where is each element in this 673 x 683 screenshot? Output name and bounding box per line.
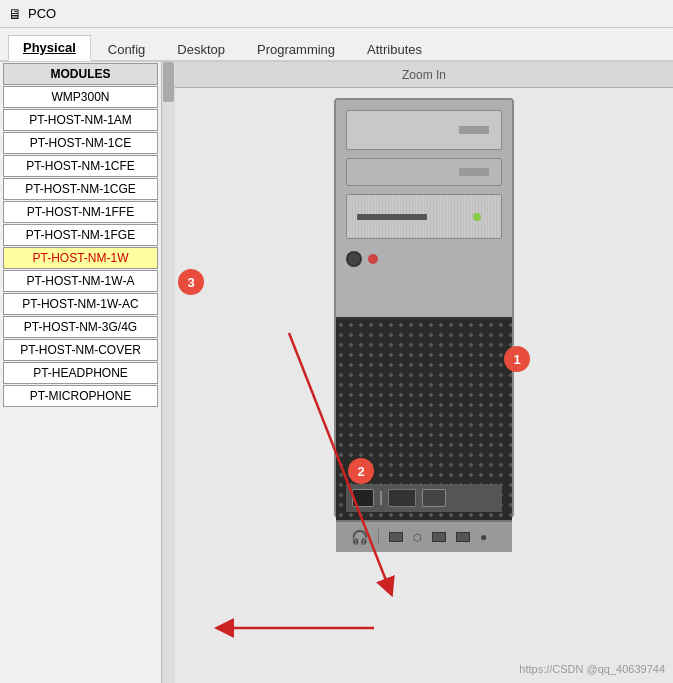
module-slot [346,484,502,512]
sidebar-item-nm1ce[interactable]: PT-HOST-NM-1CE [3,132,158,154]
module-divider [380,491,382,505]
module-card2 [422,489,446,507]
sidebar-item-nm1am[interactable]: PT-HOST-NM-1AM [3,109,158,131]
annotation-1: 1 [504,346,530,372]
usb-icon: ⬡ [413,532,422,543]
usb-port-1 [389,532,403,542]
power-led [368,254,378,264]
headphone-icon: 🎧 [351,529,368,545]
sidebar-item-nm1wa[interactable]: PT-HOST-NM-1W-A [3,270,158,292]
sidebar-item-modules[interactable]: MODULES [3,63,158,85]
floppy-led [473,213,481,221]
ports-strip: 🎧 ⬡ ● [336,520,512,552]
sidebar-item-nm1w[interactable]: PT-HOST-NM-1W [3,247,158,269]
tower-top [336,100,512,320]
sidebar-item-microphone[interactable]: PT-MICROPHONE [3,385,158,407]
tower-mesh [336,320,512,520]
title-bar: 🖥 PCO [0,0,673,28]
power-button[interactable] [346,251,362,267]
tab-physical[interactable]: Physical [8,35,91,61]
computer-tower: 🎧 ⬡ ● [334,98,514,518]
tab-desktop[interactable]: Desktop [162,37,240,61]
usb-port-3 [456,532,470,542]
sidebar-item-wmp300n[interactable]: WMP300N [3,86,158,108]
tab-bar: Physical Config Desktop Programming Attr… [0,28,673,62]
mic-icon: ● [480,530,487,544]
zoom-label: Zoom In [402,68,446,82]
usb-port-2 [432,532,446,542]
right-panel: Zoom In [175,62,673,683]
watermark: https://CSDN @qq_40639744 [519,663,665,675]
tab-attributes[interactable]: Attributes [352,37,437,61]
floppy-slot [357,214,427,220]
sidebar-item-nmcover[interactable]: PT-HOST-NM-COVER [3,339,158,361]
sidebar-item-nm1cge[interactable]: PT-HOST-NM-1CGE [3,178,158,200]
divider [378,529,379,545]
sidebar-item-headphone[interactable]: PT-HEADPHONE [3,362,158,384]
annotation-2: 2 [348,458,374,484]
power-area [346,247,502,271]
sidebar-item-nm1cfe[interactable]: PT-HOST-NM-1CFE [3,155,158,177]
sidebar-scrollbar[interactable] [161,62,175,683]
sidebar-list[interactable]: MODULES WMP300N PT-HOST-NM-1AM PT-HOST-N… [0,62,161,683]
module-plug [352,489,374,507]
zoom-bar[interactable]: Zoom In [175,62,673,88]
computer-area: 🎧 ⬡ ● [175,88,673,683]
main-content: MODULES WMP300N PT-HOST-NM-1AM PT-HOST-N… [0,62,673,683]
drive-bay-floppy [346,194,502,239]
annotation-3: 3 [178,269,204,295]
tab-programming[interactable]: Programming [242,37,350,61]
tab-config[interactable]: Config [93,37,161,61]
module-card [388,489,416,507]
sidebar-item-nm3g4g[interactable]: PT-HOST-NM-3G/4G [3,316,158,338]
app-title: PCO [28,6,56,21]
drive-bay-blank [346,158,502,186]
sidebar: MODULES WMP300N PT-HOST-NM-1AM PT-HOST-N… [0,62,175,683]
sidebar-item-nm1ffe[interactable]: PT-HOST-NM-1FFE [3,201,158,223]
tower-body: 🎧 ⬡ ● [334,98,514,518]
sidebar-item-nm1wac[interactable]: PT-HOST-NM-1W-AC [3,293,158,315]
app-icon: 🖥 [8,6,22,22]
sidebar-item-nm1fge[interactable]: PT-HOST-NM-1FGE [3,224,158,246]
drive-bay-cd [346,110,502,150]
